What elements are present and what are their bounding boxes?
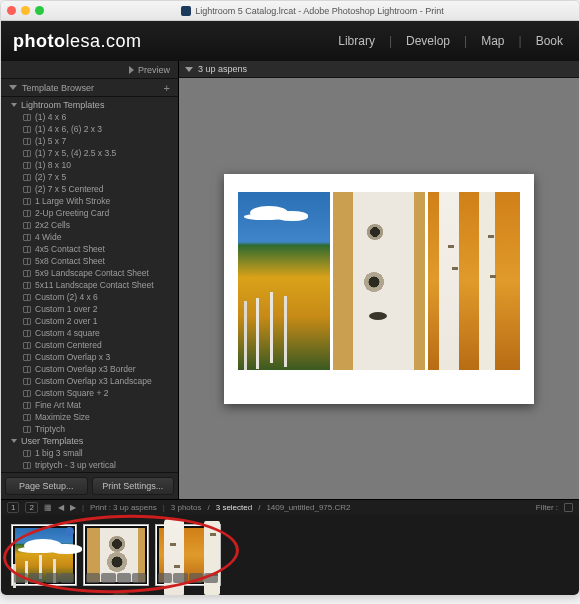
prev-page-icon[interactable]: ◀ — [58, 503, 64, 512]
app-icon — [181, 6, 191, 16]
page-indicator-1[interactable]: 1 — [7, 502, 19, 513]
filmstrip[interactable] — [1, 515, 579, 595]
print-page — [224, 174, 534, 404]
filmstrip-thumb[interactable] — [155, 524, 221, 586]
template-item[interactable]: Custom Overlap x3 Landscape — [1, 375, 178, 387]
template-icon — [23, 390, 31, 397]
filter-toggle-icon[interactable] — [564, 503, 573, 512]
module-library[interactable]: Library — [334, 34, 379, 48]
template-item[interactable]: Custom (2) 4 x 6 — [1, 291, 178, 303]
template-icon — [23, 282, 31, 289]
selected-count: 3 selected — [216, 503, 252, 512]
template-list[interactable]: Lightroom Templates (1) 4 x 6 (1) 4 x 6,… — [1, 97, 178, 472]
layout-cell-2[interactable] — [333, 192, 425, 370]
template-icon — [23, 138, 31, 145]
grid-view-icon[interactable]: ▦ — [44, 503, 52, 512]
template-icon — [23, 162, 31, 169]
left-panel: Preview Template Browser + Lightroom Tem… — [1, 61, 179, 499]
print-settings-button[interactable]: Print Settings... — [92, 477, 175, 495]
disclosure-triangle-icon — [129, 66, 138, 74]
window-controls — [7, 6, 44, 15]
preview-panel-header[interactable]: Preview — [1, 61, 178, 79]
template-item[interactable]: (1) 8 x 10 — [1, 159, 178, 171]
template-browser-header[interactable]: Template Browser + — [1, 79, 178, 97]
template-item[interactable]: Fine Art Mat — [1, 399, 178, 411]
template-icon — [23, 414, 31, 421]
template-item[interactable]: Custom Overlap x3 Border — [1, 363, 178, 375]
template-item[interactable]: (1) 4 x 6 — [1, 111, 178, 123]
template-item[interactable]: (1) 5 x 7 — [1, 135, 178, 147]
disclosure-triangle-icon — [9, 85, 17, 90]
print-context-label: Print : 3 up aspens — [90, 503, 157, 512]
template-icon — [23, 234, 31, 241]
logo-bold: photo — [13, 31, 65, 51]
module-map[interactable]: Map — [477, 34, 508, 48]
group-label: Lightroom Templates — [21, 100, 104, 110]
template-group-user[interactable]: User Templates — [1, 435, 178, 447]
collection-badge-icon — [65, 527, 74, 536]
page-setup-button[interactable]: Page Setup... — [5, 477, 88, 495]
template-item[interactable]: Custom Square + 2 — [1, 387, 178, 399]
template-item[interactable]: (2) 7 x 5 Centered — [1, 183, 178, 195]
module-develop[interactable]: Develop — [402, 34, 454, 48]
template-icon — [23, 198, 31, 205]
logo-rest: lesa.com — [65, 31, 141, 51]
template-icon — [23, 366, 31, 373]
template-item[interactable]: (1) 4 x 6, (6) 2 x 3 — [1, 123, 178, 135]
layout-cell-1[interactable] — [238, 192, 330, 370]
current-filename: 1409_untitled_975.CR2 — [266, 503, 350, 512]
template-item[interactable]: triptych - 3 up vertical — [1, 459, 178, 471]
filter-label: Filter : — [536, 503, 558, 512]
template-icon — [23, 270, 31, 277]
template-icon — [23, 186, 31, 193]
template-group-lightroom[interactable]: Lightroom Templates — [1, 99, 178, 111]
template-icon — [23, 378, 31, 385]
add-template-button[interactable]: + — [164, 82, 170, 94]
filmstrip-thumb[interactable] — [83, 524, 149, 586]
template-icon — [23, 258, 31, 265]
template-item[interactable]: 5x8 Contact Sheet — [1, 255, 178, 267]
template-item[interactable]: 5x11 Landscape Contact Sheet — [1, 279, 178, 291]
print-canvas[interactable] — [179, 78, 579, 499]
template-item[interactable]: Custom Centered — [1, 339, 178, 351]
template-icon — [23, 150, 31, 157]
print-title: 3 up aspens — [198, 64, 247, 74]
template-item[interactable]: Custom 4 square — [1, 327, 178, 339]
template-item[interactable]: Custom 2 over 1 — [1, 315, 178, 327]
filmstrip-thumb[interactable] — [11, 524, 77, 586]
template-item[interactable]: Triptych — [1, 423, 178, 435]
template-item[interactable]: 1 big 3 small — [1, 447, 178, 459]
identity-plate[interactable]: photolesa.com — [13, 31, 142, 52]
template-icon — [23, 330, 31, 337]
template-item[interactable]: 4 Wide — [1, 231, 178, 243]
template-icon — [23, 450, 31, 457]
photo-count: 3 photos — [171, 503, 202, 512]
disclosure-triangle-icon — [11, 103, 17, 107]
template-item[interactable]: (2) 7 x 5 — [1, 171, 178, 183]
next-page-icon[interactable]: ▶ — [70, 503, 76, 512]
zoom-window-button[interactable] — [35, 6, 44, 15]
template-item[interactable]: Maximize Size — [1, 411, 178, 423]
template-item[interactable]: 1 Large With Stroke — [1, 195, 178, 207]
template-item[interactable]: Custom Overlap x 3 — [1, 351, 178, 363]
left-button-row: Page Setup... Print Settings... — [1, 472, 178, 499]
layout-cell-3[interactable] — [428, 192, 520, 370]
template-item[interactable]: 4x5 Contact Sheet — [1, 243, 178, 255]
page-indicator-2[interactable]: 2 — [25, 502, 37, 513]
template-item[interactable]: 2x2 Cells — [1, 219, 178, 231]
template-item[interactable]: (1) 7 x 5, (4) 2.5 x 3.5 — [1, 147, 178, 159]
titlebar: Lightroom 5 Catalog.lrcat - Adobe Photos… — [1, 1, 579, 21]
module-book[interactable]: Book — [532, 34, 567, 48]
app-window: Lightroom 5 Catalog.lrcat - Adobe Photos… — [0, 0, 580, 596]
template-icon — [23, 354, 31, 361]
template-item[interactable]: Custom 1 over 2 — [1, 303, 178, 315]
secondary-toolbar: 1 2 ▦ ◀ ▶ | Print : 3 up aspens | 3 phot… — [1, 499, 579, 515]
template-item[interactable]: 2-Up Greeting Card — [1, 207, 178, 219]
template-icon — [23, 318, 31, 325]
group-label: User Templates — [21, 436, 83, 446]
view-header[interactable]: 3 up aspens — [179, 61, 579, 78]
close-window-button[interactable] — [7, 6, 16, 15]
template-item[interactable]: 5x9 Landscape Contact Sheet — [1, 267, 178, 279]
minimize-window-button[interactable] — [21, 6, 30, 15]
disclosure-triangle-icon — [11, 439, 17, 443]
